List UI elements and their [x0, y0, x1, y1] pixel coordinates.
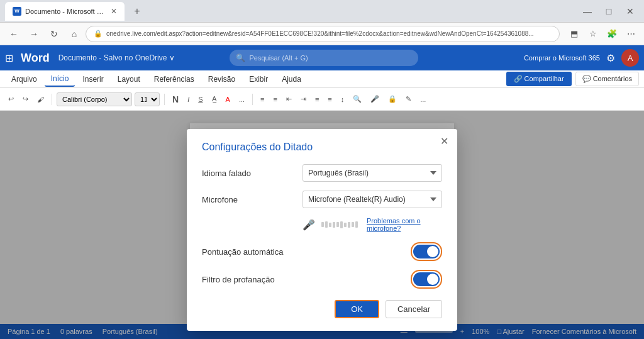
language-row: Idioma falado Português (Brasil): [202, 164, 442, 182]
bold-button[interactable]: N: [169, 92, 182, 106]
favorites-icon[interactable]: ☆: [585, 26, 601, 42]
sensitivity-button[interactable]: 🔒: [385, 93, 400, 105]
mic-bar-2: [325, 221, 328, 228]
tab-layout[interactable]: Layout: [111, 72, 147, 86]
refresh-button[interactable]: ↻: [45, 25, 63, 43]
separator-1: [52, 94, 52, 105]
find-button[interactable]: 🔍: [350, 93, 365, 105]
document-area: Configurações do Ditado ✕ Idioma falado …: [0, 111, 644, 339]
forward-button[interactable]: →: [25, 25, 43, 43]
profanity-filter-toggle-wrap: [411, 270, 442, 289]
separator-3: [252, 94, 253, 105]
indent-button[interactable]: ⇥: [297, 93, 309, 105]
mic-level-row: 🎤 Problemas com o microfone?: [202, 217, 442, 232]
browser-tab[interactable]: W Documento - Microsoft Wo... ✕: [5, 2, 125, 21]
italic-button[interactable]: I: [184, 94, 192, 105]
underline-button[interactable]: S: [195, 94, 206, 105]
outdent-button[interactable]: ⇤: [283, 93, 295, 105]
editor-button[interactable]: ✎: [402, 93, 414, 105]
cancel-button[interactable]: Cancelar: [386, 300, 442, 318]
bullets-button[interactable]: ≡: [257, 94, 267, 105]
redo-button[interactable]: ↪: [19, 93, 31, 105]
home-button[interactable]: ⌂: [65, 25, 83, 43]
apps-grid-icon[interactable]: ⊞: [5, 52, 13, 64]
tab-exibir[interactable]: Exibir: [243, 72, 274, 86]
mic-bar-7: [344, 223, 347, 227]
tab-referencias[interactable]: Referências: [148, 72, 201, 86]
comments-button[interactable]: 💬 Comentários: [575, 72, 639, 86]
profanity-filter-row: Filtro de profanação: [202, 270, 442, 289]
formatting-toolbar: ↩ ↪ 🖌 Calibri (Corpo) 11 N I S A̲ A ... …: [0, 88, 644, 111]
dialog-title: Configurações do Ditado: [202, 142, 442, 153]
tab-inserir[interactable]: Inserir: [76, 72, 109, 86]
doc-title[interactable]: Documento - Salvo no OneDrive ∨: [58, 53, 175, 62]
dialog-footer: OK Cancelar: [202, 300, 442, 318]
screen-cast-icon[interactable]: ⬒: [566, 26, 582, 42]
mic-bar-3: [329, 223, 331, 227]
sort-button[interactable]: ↕: [338, 94, 348, 105]
more-formats-button[interactable]: ...: [236, 94, 248, 105]
browser-address-bar-row: ← → ↻ ⌂ 🔒 onedrive.live.com/edit.aspx?ac…: [0, 23, 644, 45]
tab-inicio[interactable]: Início: [45, 72, 75, 87]
auto-punctuation-label: Pontuação automática: [202, 247, 411, 257]
ok-button[interactable]: OK: [335, 300, 379, 318]
toolbar-more-button[interactable]: ...: [417, 94, 429, 105]
separator-2: [164, 94, 165, 105]
word-right-controls: Comprar o Microsoft 365 ⚙ A: [524, 49, 639, 67]
dictate-button[interactable]: 🎤: [367, 93, 382, 105]
language-label: Idioma falado: [202, 169, 303, 178]
gear-settings-icon[interactable]: ⚙: [606, 52, 615, 64]
microphone-label: Microfone: [202, 195, 303, 204]
numbered-list-button[interactable]: ≡: [270, 94, 280, 105]
format-painter-button[interactable]: 🖌: [34, 94, 47, 105]
language-select[interactable]: Português (Brasil): [303, 164, 442, 182]
mic-bar-4: [333, 222, 335, 228]
tab-revisao[interactable]: Revisão: [202, 72, 242, 86]
tab-close-icon[interactable]: ✕: [111, 7, 117, 16]
mic-bar-6: [340, 221, 343, 228]
toggle-knob-1: [427, 246, 438, 257]
font-name-select[interactable]: Calibri (Corpo): [57, 92, 132, 106]
address-url: onedrive.live.com/edit.aspx?action=editn…: [106, 30, 534, 37]
undo-button[interactable]: ↩: [5, 93, 17, 105]
extensions-icon[interactable]: 🧩: [604, 26, 620, 42]
tab-favicon: W: [13, 7, 21, 16]
new-tab-button[interactable]: +: [128, 3, 146, 20]
mic-bar-8: [348, 222, 350, 228]
close-window-button[interactable]: ✕: [621, 3, 639, 20]
tab-arquivo[interactable]: Arquivo: [5, 72, 43, 86]
maximize-button[interactable]: □: [600, 3, 618, 20]
mic-bar-1: [321, 222, 324, 227]
profanity-filter-toggle[interactable]: [413, 272, 440, 286]
minimize-button[interactable]: —: [579, 3, 596, 20]
tab-ajuda[interactable]: Ajuda: [275, 72, 308, 86]
word-logo: Word: [21, 52, 50, 65]
browser-chrome: W Documento - Microsoft Wo... ✕ + — □ ✕: [0, 0, 644, 23]
dialog-close-button[interactable]: ✕: [440, 136, 448, 147]
auto-punctuation-toggle[interactable]: [413, 245, 440, 258]
auto-punctuation-toggle-wrap: [411, 242, 442, 261]
address-bar[interactable]: 🔒 onedrive.live.com/edit.aspx?action=edi…: [86, 26, 560, 42]
profanity-filter-label: Filtro de profanação: [202, 275, 411, 284]
word-search-bar[interactable]: 🔍: [230, 50, 418, 66]
share-button[interactable]: 🔗 Compartilhar: [506, 72, 572, 86]
font-color-button[interactable]: A: [223, 94, 233, 105]
mic-level-bars: [321, 221, 358, 228]
font-size-select[interactable]: 11: [135, 92, 160, 106]
highlight-button[interactable]: A̲: [209, 93, 220, 105]
buy-microsoft-button[interactable]: Comprar o Microsoft 365: [524, 54, 600, 62]
microphone-icon: 🎤: [303, 219, 315, 231]
back-button[interactable]: ←: [5, 25, 23, 43]
mic-problem-link[interactable]: Problemas com o microfone?: [367, 217, 442, 232]
align-left-button[interactable]: ≡: [312, 94, 322, 105]
mic-bar-9: [352, 222, 354, 227]
align-right-button[interactable]: ≡: [325, 94, 335, 105]
tab-title: Documento - Microsoft Wo...: [25, 8, 107, 15]
word-search-input[interactable]: [249, 54, 412, 62]
browser-menu-icon[interactable]: ⋯: [623, 26, 639, 42]
microphone-select[interactable]: Microfone (Realtek(R) Audio): [303, 191, 442, 208]
microphone-row: Microfone Microfone (Realtek(R) Audio): [202, 191, 442, 208]
user-avatar[interactable]: A: [621, 49, 639, 67]
auto-punctuation-row: Pontuação automática: [202, 242, 442, 261]
dictation-settings-dialog: Configurações do Ditado ✕ Idioma falado …: [187, 129, 457, 331]
